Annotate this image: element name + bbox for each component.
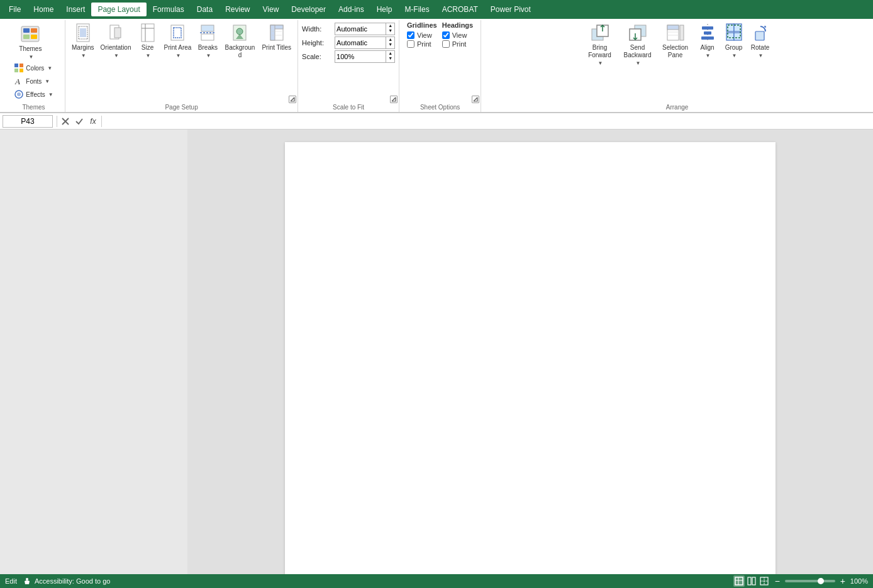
- selection-pane-label: Selection Pane: [660, 44, 691, 59]
- status-right: − + 100%: [733, 575, 868, 587]
- gridlines-print-checkbox[interactable]: [407, 40, 414, 48]
- size-icon: [138, 23, 158, 43]
- menu-acrobat[interactable]: ACROBAT: [436, 3, 484, 16]
- svg-line-38: [474, 97, 477, 101]
- svg-rect-67: [752, 577, 755, 585]
- print-titles-label: Print Titles: [262, 44, 291, 52]
- scale-down[interactable]: ▼: [386, 56, 394, 61]
- svg-rect-66: [748, 577, 751, 585]
- effects-button[interactable]: Effects ▼: [11, 88, 55, 101]
- fonts-dropdown-arrow: ▼: [45, 79, 50, 84]
- menu-home[interactable]: Home: [27, 3, 60, 16]
- background-button[interactable]: Background: [221, 21, 258, 60]
- svg-rect-59: [755, 31, 764, 40]
- svg-rect-51: [702, 26, 713, 30]
- themes-label: Themes: [19, 45, 42, 53]
- menu-developer[interactable]: Developer: [285, 3, 332, 16]
- breaks-button[interactable]: Breaks ▼: [195, 21, 220, 60]
- edit-mode-label: Edit: [5, 577, 17, 585]
- normal-view-button[interactable]: [733, 575, 745, 587]
- fonts-button[interactable]: A Fonts ▼: [11, 75, 55, 87]
- size-button[interactable]: Size ▼: [135, 21, 160, 60]
- scale-input[interactable]: [335, 51, 386, 62]
- height-down[interactable]: ▼: [386, 42, 394, 47]
- align-button[interactable]: Align ▼: [695, 21, 720, 67]
- orientation-button[interactable]: Orientation ▼: [98, 21, 134, 60]
- page-setup-launcher[interactable]: [289, 96, 296, 103]
- height-input[interactable]: [335, 37, 386, 48]
- sheet-paper[interactable]: [187, 130, 873, 574]
- sheet-options-group-label: Sheet Options: [399, 104, 481, 111]
- rotate-icon: [750, 23, 770, 43]
- zoom-slider[interactable]: [785, 580, 835, 582]
- width-up[interactable]: ▲: [386, 23, 394, 28]
- zoom-out-button[interactable]: −: [772, 576, 782, 586]
- svg-rect-25: [201, 25, 214, 31]
- page-layout-view-button[interactable]: [746, 575, 757, 587]
- name-box[interactable]: [3, 115, 53, 128]
- width-down[interactable]: ▼: [386, 28, 394, 33]
- page-setup-content: Margins ▼ Orientation ▼: [69, 21, 294, 112]
- breaks-icon: [197, 23, 218, 43]
- effects-dropdown-arrow: ▼: [48, 92, 53, 97]
- colors-button[interactable]: Colors ▼: [11, 62, 55, 74]
- page-break-view-button[interactable]: [759, 575, 770, 587]
- formula-input[interactable]: [103, 117, 873, 126]
- accessibility-label: Accessibility: Good to go: [35, 577, 110, 585]
- selection-pane-button[interactable]: Selection Pane: [657, 21, 694, 67]
- width-input[interactable]: [335, 23, 386, 35]
- margins-icon: [73, 23, 93, 43]
- print-area-dropdown: ▼: [176, 53, 181, 58]
- menu-page-layout[interactable]: Page Layout: [91, 3, 146, 16]
- menu-data[interactable]: Data: [191, 3, 219, 16]
- sheet-options-launcher[interactable]: [472, 96, 479, 103]
- group-button[interactable]: Group ▼: [721, 21, 747, 67]
- bring-forward-button[interactable]: Bring Forward ▼: [582, 21, 618, 67]
- bring-forward-dropdown: ▼: [598, 60, 603, 66]
- colors-dropdown-arrow: ▼: [47, 65, 52, 71]
- zoom-value-label[interactable]: 100%: [850, 577, 868, 585]
- ribbon-group-arrange: Bring Forward ▼ Sen: [481, 20, 873, 112]
- margins-button[interactable]: Margins ▼: [69, 21, 97, 60]
- bring-forward-icon: [590, 23, 610, 43]
- menu-review[interactable]: Review: [219, 3, 256, 16]
- gridlines-col: Gridlines View Print: [407, 21, 437, 48]
- formula-bar-separator1: [57, 116, 57, 127]
- svg-point-29: [236, 28, 243, 35]
- rotate-button[interactable]: Rotate ▼: [748, 21, 773, 67]
- print-area-icon: [167, 23, 187, 43]
- status-bar: Edit Accessibility: Good to go: [0, 574, 873, 588]
- menu-view[interactable]: View: [257, 3, 286, 16]
- menu-help[interactable]: Help: [370, 3, 399, 16]
- menu-formulas[interactable]: Formulas: [147, 3, 191, 16]
- colors-label: Colors: [26, 65, 44, 72]
- page-setup-group-label: Page Setup: [65, 104, 297, 111]
- gridlines-view-checkbox[interactable]: [407, 31, 414, 39]
- menu-insert[interactable]: Insert: [60, 3, 91, 16]
- print-area-button[interactable]: Print Area ▼: [162, 21, 194, 60]
- align-dropdown: ▼: [706, 53, 711, 58]
- menu-power-pivot[interactable]: Power Pivot: [484, 3, 537, 16]
- zoom-control: − + 100%: [772, 576, 868, 586]
- menu-m-files[interactable]: M-Files: [398, 3, 435, 16]
- svg-rect-63: [735, 577, 743, 585]
- print-area-label: Print Area: [164, 44, 192, 52]
- scale-launcher[interactable]: [390, 96, 398, 103]
- themes-icon: [20, 24, 40, 44]
- themes-button[interactable]: Themes ▼: [11, 21, 49, 61]
- menu-add-ins[interactable]: Add-ins: [332, 3, 370, 16]
- height-row: Height: ▲ ▼: [302, 36, 395, 49]
- print-titles-button[interactable]: Print Titles: [259, 21, 294, 53]
- send-backward-button[interactable]: Send Backward ▼: [620, 21, 656, 67]
- menu-file[interactable]: File: [3, 3, 27, 16]
- headings-print-checkbox[interactable]: [442, 40, 450, 48]
- height-up[interactable]: ▲: [386, 37, 394, 42]
- scale-up[interactable]: ▲: [386, 51, 394, 56]
- insert-function-button[interactable]: fx: [86, 114, 100, 128]
- zoom-in-button[interactable]: +: [838, 576, 848, 586]
- formula-bar: fx: [0, 113, 873, 130]
- cancel-button[interactable]: [58, 114, 72, 128]
- paper-white[interactable]: [285, 142, 776, 574]
- confirm-button[interactable]: [72, 114, 86, 128]
- headings-view-checkbox[interactable]: [442, 31, 450, 39]
